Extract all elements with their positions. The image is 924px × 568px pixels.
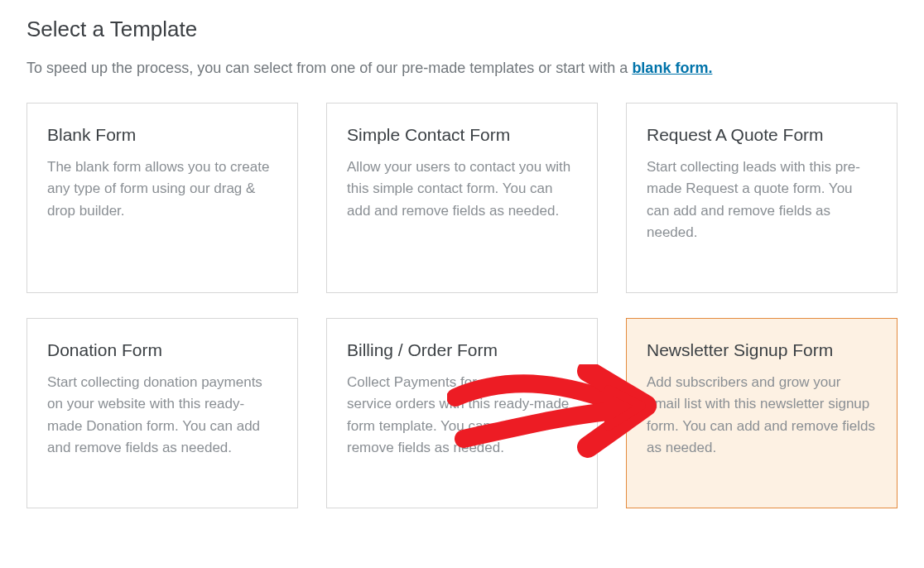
template-card-billing-order[interactable]: Billing / Order Form Collect Payments fo… bbox=[326, 318, 598, 508]
template-grid: Blank Form The blank form allows you to … bbox=[26, 103, 898, 508]
card-desc: The blank form allows you to create any … bbox=[47, 156, 277, 222]
card-desc: Allow your users to contact you with thi… bbox=[347, 156, 577, 222]
template-card-blank-form[interactable]: Blank Form The blank form allows you to … bbox=[26, 103, 298, 293]
card-title: Donation Form bbox=[47, 340, 277, 360]
blank-form-link[interactable]: blank form. bbox=[632, 60, 712, 76]
page-subtitle: To speed up the process, you can select … bbox=[26, 57, 898, 79]
card-title: Request A Quote Form bbox=[647, 125, 877, 145]
card-desc: Start collecting donation payments on yo… bbox=[47, 372, 277, 459]
card-desc: Start collecting leads with this pre-mad… bbox=[647, 156, 877, 243]
template-card-request-quote[interactable]: Request A Quote Form Start collecting le… bbox=[626, 103, 898, 293]
card-title: Newsletter Signup Form bbox=[647, 340, 877, 360]
template-card-newsletter-signup[interactable]: Newsletter Signup Form Add subscribers a… bbox=[626, 318, 898, 508]
card-title: Simple Contact Form bbox=[347, 125, 577, 145]
subtitle-text: To speed up the process, you can select … bbox=[26, 60, 632, 76]
card-title: Billing / Order Form bbox=[347, 340, 577, 360]
card-desc: Add subscribers and grow your email list… bbox=[647, 372, 877, 459]
card-title: Blank Form bbox=[47, 125, 277, 145]
template-card-donation[interactable]: Donation Form Start collecting donation … bbox=[26, 318, 298, 508]
card-desc: Collect Payments for product and service… bbox=[347, 372, 577, 459]
page-title: Select a Template bbox=[26, 17, 898, 42]
template-card-simple-contact[interactable]: Simple Contact Form Allow your users to … bbox=[326, 103, 598, 293]
